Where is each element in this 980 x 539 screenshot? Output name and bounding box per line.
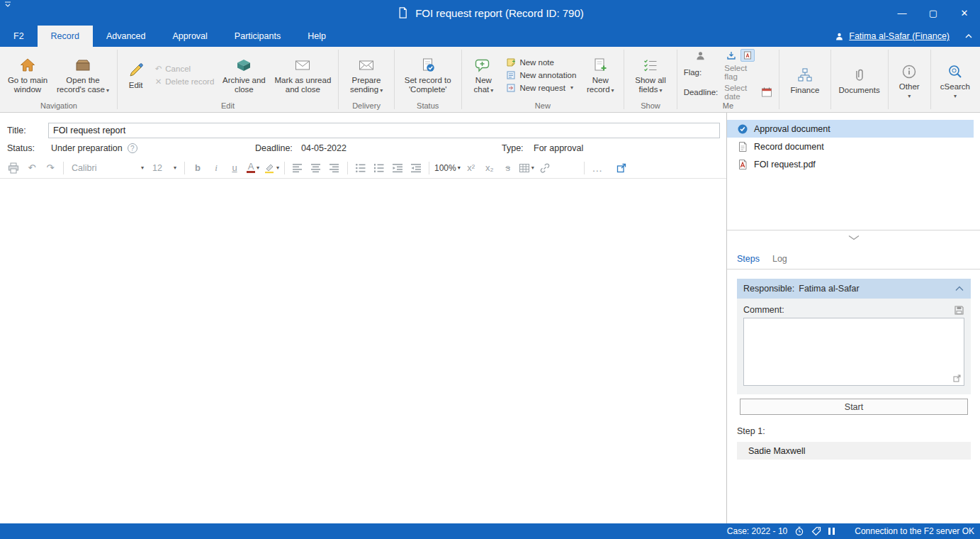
info-icon xyxy=(901,63,918,80)
documents-label: Documents xyxy=(838,86,879,95)
current-user-link[interactable]: Fatima al-Safar (Finance) xyxy=(849,31,950,41)
finance-label: Finance xyxy=(790,86,819,95)
new-chat-button[interactable]: New chat▾ xyxy=(465,54,502,96)
numbered-list-button[interactable] xyxy=(371,160,387,176)
indent-button[interactable] xyxy=(408,160,424,176)
dropdown-caret-icon: ▾ xyxy=(954,94,957,99)
edit-button[interactable]: Edit xyxy=(121,59,151,91)
tab-log[interactable]: Log xyxy=(772,254,787,264)
redo-icon[interactable]: ↷ xyxy=(43,160,58,176)
document-item-pdf[interactable]: FOI request.pdf xyxy=(727,155,974,173)
popout-editor-icon[interactable] xyxy=(614,160,629,176)
status-help-icon[interactable]: ? xyxy=(128,143,137,153)
document-body-canvas[interactable] xyxy=(0,179,726,523)
tab-advanced[interactable]: Advanced xyxy=(93,26,159,47)
step1-assignee-row[interactable]: Sadie Maxwell xyxy=(737,442,971,460)
flag-download-icon[interactable] xyxy=(724,49,738,62)
quick-access-toolbar-icon[interactable] xyxy=(4,1,11,7)
font-family-dropdown[interactable]: Calibri▾ xyxy=(69,160,147,176)
archive-and-close-button[interactable]: Archive and close xyxy=(218,54,269,96)
comment-input[interactable] xyxy=(743,318,964,386)
chevron-up-icon[interactable] xyxy=(954,286,964,291)
deadline-label: Deadline: xyxy=(684,88,719,96)
zoom-dropdown[interactable]: 100%▾ xyxy=(434,160,461,176)
tab-help[interactable]: Help xyxy=(294,26,339,47)
superscript-button[interactable]: x² xyxy=(463,160,479,176)
tab-approval[interactable]: Approval xyxy=(159,26,221,47)
tab-record[interactable]: Record xyxy=(38,26,93,47)
open-records-case-label: Open the record's case xyxy=(57,76,105,94)
tag-icon[interactable] xyxy=(811,526,821,536)
new-request-button[interactable]: New request ▾ xyxy=(506,83,576,93)
align-right-button[interactable] xyxy=(327,160,342,176)
mark-unread-close-button[interactable]: Mark as unread and close xyxy=(271,54,334,96)
document-item-label: Record document xyxy=(754,142,824,152)
undo-icon[interactable]: ↶ xyxy=(24,160,40,176)
other-label: Other xyxy=(899,82,920,91)
title-input[interactable] xyxy=(48,123,720,138)
italic-button[interactable]: i xyxy=(208,160,224,176)
pause-icon[interactable] xyxy=(828,528,835,535)
calendar-icon[interactable] xyxy=(761,87,772,98)
flag-pdf-icon[interactable] xyxy=(740,49,755,62)
collapse-ribbon-icon[interactable] xyxy=(964,33,973,39)
print-icon[interactable] xyxy=(6,160,21,176)
dropdown-caret-icon: ▾ xyxy=(612,87,614,94)
tab-steps[interactable]: Steps xyxy=(737,254,760,264)
open-records-case-button[interactable]: Open the record's case▾ xyxy=(52,54,113,96)
other-button[interactable]: Other ▾ xyxy=(891,60,927,101)
expand-comment-icon[interactable] xyxy=(952,374,962,383)
group-caption-new: New xyxy=(465,101,620,111)
font-size-dropdown[interactable]: 12▾ xyxy=(150,160,179,176)
strikethrough-button[interactable]: s xyxy=(500,160,516,176)
set-record-complete-button[interactable]: Set record to 'Complete' xyxy=(398,54,458,96)
stopwatch-icon[interactable] xyxy=(794,526,804,536)
select-date-dropdown[interactable]: Select date xyxy=(724,84,755,101)
more-options-button[interactable]: … xyxy=(590,160,605,176)
align-center-button[interactable] xyxy=(308,160,324,176)
subscript-button[interactable]: x₂ xyxy=(482,160,497,176)
minimize-button[interactable]: — xyxy=(886,0,918,26)
bold-button[interactable]: b xyxy=(190,160,205,176)
bullet-list-button[interactable] xyxy=(353,160,368,176)
panel-collapse-handle[interactable] xyxy=(727,230,980,245)
highlight-button[interactable]: ▾ xyxy=(264,160,279,176)
underline-button[interactable]: u xyxy=(227,160,242,176)
insert-table-button[interactable]: ▾ xyxy=(519,160,534,176)
go-to-main-window-button[interactable]: Go to main window xyxy=(4,54,51,96)
new-annotation-button[interactable]: New annotation xyxy=(506,70,576,80)
cancel-button[interactable]: ↶ Cancel xyxy=(155,64,215,74)
maximize-button[interactable]: ▢ xyxy=(918,0,949,26)
document-item-approval[interactable]: Approval document xyxy=(727,120,974,138)
new-note-button[interactable]: New note xyxy=(506,57,576,67)
start-button[interactable]: Start xyxy=(740,399,968,415)
close-button[interactable]: ✕ xyxy=(949,0,980,26)
align-left-button[interactable] xyxy=(290,160,305,176)
csearch-button[interactable]: cSearch ▾ xyxy=(935,60,976,101)
outdent-button[interactable] xyxy=(390,160,405,176)
save-comment-icon[interactable] xyxy=(954,305,964,316)
font-color-button[interactable]: A ▾ xyxy=(245,160,261,176)
edit-label: Edit xyxy=(129,81,143,90)
document-item-record[interactable]: Record document xyxy=(727,138,974,155)
delete-record-button[interactable]: ✕ Delete record xyxy=(155,77,215,87)
step1-assignee: Sadie Maxwell xyxy=(748,446,806,456)
new-record-button[interactable]: New record▾ xyxy=(580,54,620,96)
group-caption-status: Status xyxy=(398,101,458,111)
show-all-fields-button[interactable]: Show all fields▾ xyxy=(628,54,673,96)
select-flag-dropdown[interactable]: Select flag xyxy=(724,64,755,81)
statusbar-case[interactable]: Case: 2022 - 10 xyxy=(727,526,787,536)
title-label: Title: xyxy=(7,126,48,135)
responsible-header[interactable]: Responsible: Fatima al-Safar xyxy=(737,279,971,299)
finance-button[interactable]: Finance xyxy=(783,64,827,96)
prepare-sending-button[interactable]: Prepare sending▾ xyxy=(342,54,390,96)
toolbar-separator xyxy=(284,162,285,174)
document-item-label: Approval document xyxy=(754,124,830,134)
new-note-label: New note xyxy=(519,58,554,67)
documents-button[interactable]: Documents xyxy=(835,64,884,96)
tab-f2[interactable]: F2 xyxy=(0,26,38,47)
send-envelope-icon xyxy=(358,57,375,74)
org-chart-icon xyxy=(796,67,813,84)
tab-participants[interactable]: Participants xyxy=(221,26,294,47)
insert-link-button[interactable] xyxy=(537,160,553,176)
